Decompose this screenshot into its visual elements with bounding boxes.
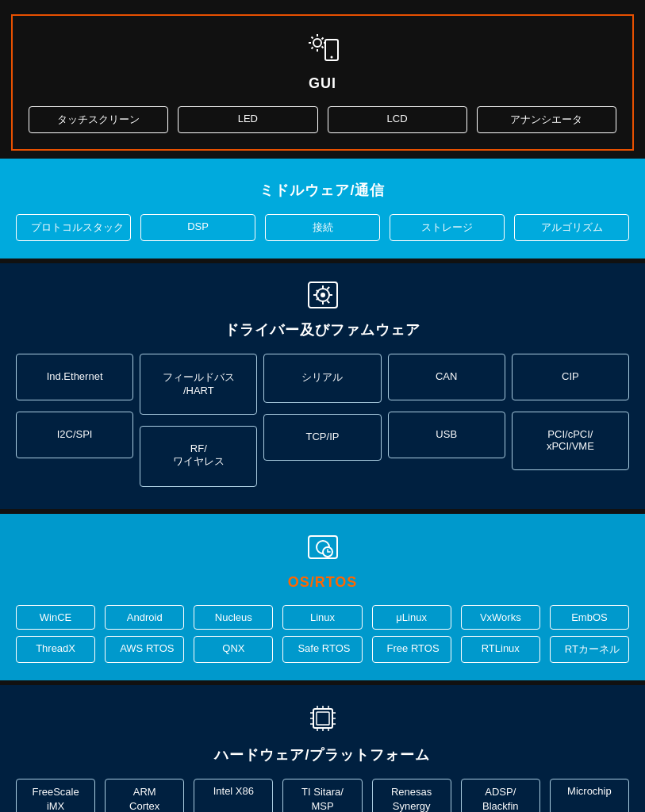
driver-icon — [16, 279, 629, 317]
driver-title: ドライバー及びファムウェア — [16, 320, 629, 339]
pill-protocol-stack: プロトコルスタック — [16, 214, 131, 241]
driver-section: ドライバー及びファムウェア Ind.Ethernet I2C/SPI フィールド… — [0, 263, 645, 509]
pill-dsp: DSP — [140, 214, 255, 241]
svg-point-5 — [321, 293, 325, 297]
pill-arm-cortex: ARM Cortex — [105, 779, 184, 812]
middleware-section: ミドルウェア/通信 プロトコルスタック DSP 接続 ストレージ アルゴリズム — [0, 159, 645, 259]
os-rows: WinCE Android Nucleus Linux μLinux VxWor… — [16, 605, 629, 663]
svg-point-0 — [313, 39, 321, 47]
os-row2: ThreadX AWS RTOS QNX Safe RTOS Free RTOS… — [16, 636, 629, 663]
pill-ind-ethernet: Ind.Ethernet — [16, 354, 133, 400]
gui-pill-touchscreen: タッチスクリーン — [29, 106, 168, 133]
gui-pill-lcd: LCD — [328, 106, 467, 133]
gui-pill-led: LED — [178, 106, 317, 133]
pill-rf-wireless: RF/ ワイヤレス — [140, 426, 257, 487]
hardware-section: ハードウェア/プラットフォーム FreeScale iMX ARM Cortex… — [0, 685, 645, 812]
os-icon — [16, 530, 629, 571]
os-section: OS/RTOS WinCE Android Nucleus Linux μLin… — [0, 514, 645, 680]
svg-rect-10 — [317, 712, 329, 725]
pill-safe-rtos: Safe RTOS — [282, 636, 362, 663]
gui-pills-row: タッチスクリーン LED LCD アナンシエータ — [29, 106, 616, 133]
middleware-title: ミドルウェア/通信 — [16, 181, 629, 200]
pill-fieldbus: フィールドバス /HART — [140, 354, 257, 415]
pill-adsp: ADSP/ Blackfin — [461, 779, 540, 812]
pill-renesas: Renesas Synergy — [372, 779, 451, 812]
pill-embos: EmbOS — [550, 605, 629, 630]
pill-vxworks: VxWorks — [461, 605, 540, 630]
pill-rtkernel: RTカーネル — [550, 636, 629, 663]
pill-nucleus: Nucleus — [194, 605, 273, 630]
pill-connectivity: 接続 — [265, 214, 380, 241]
pill-storage: ストレージ — [390, 214, 505, 241]
pill-free-rtos: Free RTOS — [372, 636, 451, 663]
pill-rtlinux: RTLinux — [461, 636, 540, 663]
pill-linux: Linux — [282, 605, 362, 630]
pill-microchip: Microchip — [550, 779, 629, 812]
pill-intel-x86: Intel X86 — [194, 779, 273, 812]
pill-cip: CIP — [512, 354, 629, 400]
pill-ulinux: μLinux — [372, 605, 451, 630]
hw-icon — [16, 701, 629, 742]
hw-pills-row: FreeScale iMX ARM Cortex Intel X86 TI Si… — [16, 779, 629, 812]
pill-qnx: QNX — [194, 636, 273, 663]
os-row1: WinCE Android Nucleus Linux μLinux VxWor… — [16, 605, 629, 630]
pill-algorithm: アルゴリズム — [514, 214, 629, 241]
pill-pci: PCI/cPCI/ xPCI/VME — [512, 412, 629, 470]
pill-usb: USB — [388, 412, 505, 458]
pill-threadx: ThreadX — [16, 636, 95, 663]
gui-title: GUI — [29, 75, 616, 92]
pill-aws-rtos: AWS RTOS — [105, 636, 184, 663]
gui-icon — [29, 30, 616, 72]
gui-section: GUI タッチスクリーン LED LCD アナンシエータ — [11, 14, 634, 151]
hw-title: ハードウェア/プラットフォーム — [16, 745, 629, 764]
pill-serial: シリアル — [263, 354, 381, 403]
pill-i2c-spi: I2C/SPI — [16, 412, 133, 458]
svg-point-2 — [330, 56, 332, 59]
pill-freescale: FreeScale iMX — [16, 779, 95, 812]
pill-wince: WinCE — [16, 605, 95, 630]
driver-row-wrapper: Ind.Ethernet I2C/SPI フィールドバス /HART RF/ ワ… — [16, 354, 629, 492]
gui-pill-annunciator: アナンシエータ — [477, 106, 616, 133]
svg-rect-6 — [309, 536, 337, 558]
pill-tcpip: TCP/IP — [263, 414, 381, 461]
pill-ti-sitara: TI Sitara/ MSP — [282, 779, 362, 812]
driver-rows: Ind.Ethernet I2C/SPI フィールドバス /HART RF/ ワ… — [16, 354, 629, 492]
os-title: OS/RTOS — [16, 574, 629, 591]
pill-can: CAN — [388, 354, 505, 400]
middleware-pills-row: プロトコルスタック DSP 接続 ストレージ アルゴリズム — [16, 214, 629, 241]
pill-android: Android — [105, 605, 184, 630]
